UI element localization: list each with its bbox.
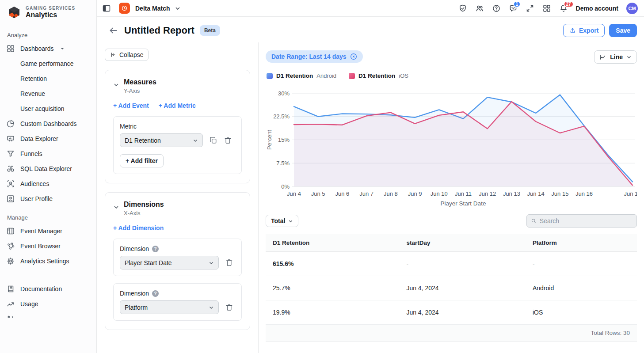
account-name[interactable]: Demo account xyxy=(576,5,618,12)
help-icon[interactable]: ? xyxy=(152,246,159,252)
android-series-swatch xyxy=(267,73,273,79)
duplicate-icon[interactable] xyxy=(209,136,217,144)
chat-icon[interactable]: 1 xyxy=(509,4,518,13)
content: Collapse Measures Y-Axis + Add E xyxy=(97,42,644,353)
sidebar-item-event-browser[interactable]: Event Browser xyxy=(0,239,96,254)
back-arrow-icon[interactable] xyxy=(107,25,119,36)
avatar[interactable]: CM xyxy=(626,3,638,14)
add-dimension-link[interactable]: + Add Dimension xyxy=(113,224,164,232)
svg-text:0%: 0% xyxy=(281,183,290,190)
svg-text:Jun 11: Jun 11 xyxy=(455,190,472,197)
legend-item-android[interactable]: D1 Retention Android xyxy=(267,72,336,79)
shield-check-icon[interactable] xyxy=(458,4,467,13)
trend-up-icon xyxy=(6,300,15,308)
export-button[interactable]: Export xyxy=(563,24,605,37)
pie-chart-icon xyxy=(6,119,15,128)
svg-text:Jun 18: Jun 18 xyxy=(624,190,637,197)
help-icon[interactable]: ? xyxy=(152,290,159,297)
sidebar-item-event-manager[interactable]: Event Manager xyxy=(0,224,96,239)
sidebar-item-usage[interactable]: Usage xyxy=(0,296,96,311)
svg-text:Jun 10: Jun 10 xyxy=(431,190,448,197)
funnel-icon xyxy=(6,149,15,158)
chart-type-dropdown[interactable]: Line xyxy=(594,50,637,64)
delete-icon[interactable] xyxy=(225,258,233,267)
column-header[interactable]: startDay xyxy=(399,234,526,252)
table-row[interactable]: 25.7% Jun 4, 2024 Android xyxy=(266,276,637,300)
dimension-select-1[interactable]: Player Start Date xyxy=(120,256,219,269)
sparkle-icon xyxy=(6,314,15,318)
dimensions-card: Dimensions X-Axis + Add Dimension Dimens… xyxy=(105,192,250,330)
search-input[interactable] xyxy=(540,217,633,224)
sidebar-item-partial[interactable] xyxy=(0,311,96,318)
panel-toggle-icon[interactable] xyxy=(102,4,111,13)
collapse-section-chevron-icon[interactable] xyxy=(113,82,119,88)
search-icon xyxy=(531,218,537,224)
collapse-button[interactable]: Collapse xyxy=(105,49,149,61)
svg-text:Jun 5: Jun 5 xyxy=(311,190,325,197)
save-button[interactable]: Save xyxy=(609,24,637,37)
export-icon xyxy=(569,27,576,34)
bell-icon[interactable]: 27 xyxy=(559,4,568,13)
topbar: Delta Match 1 xyxy=(97,0,644,17)
add-event-link[interactable]: + Add Event xyxy=(113,102,149,109)
page-header: Untitled Report Beta Export Save xyxy=(97,17,644,42)
column-header[interactable]: Platform xyxy=(526,234,637,252)
svg-text:Jun 14: Jun 14 xyxy=(527,190,545,197)
date-range-chip[interactable]: Date Range: Last 14 days xyxy=(266,50,363,63)
search-box[interactable] xyxy=(526,214,637,228)
ios-series-swatch xyxy=(349,73,355,79)
remove-filter-icon[interactable] xyxy=(350,53,357,60)
sidebar-item-revenue[interactable]: Revenue xyxy=(0,86,96,101)
sidebar-item-user-profile[interactable]: User Profile xyxy=(0,191,96,206)
metric-select[interactable]: D1 Retention xyxy=(120,133,203,147)
sidebar-item-custom-dashboards[interactable]: Custom Dashboards xyxy=(0,116,96,131)
users-icon[interactable] xyxy=(475,4,484,13)
sidebar-item-documentation[interactable]: Documentation xyxy=(0,281,96,296)
total-dropdown[interactable]: Total xyxy=(266,215,298,227)
svg-text:Jun 4: Jun 4 xyxy=(287,190,301,197)
audience-icon xyxy=(6,179,15,188)
sidebar-item-sql-data-explorer[interactable]: SQL Data Explorer xyxy=(0,161,96,176)
legend-item-ios[interactable]: D1 Retention iOS xyxy=(349,72,408,79)
chevron-down-icon xyxy=(193,138,198,143)
table-row[interactable]: 19.9% Jun 4, 2024 iOS xyxy=(266,300,637,325)
svg-text:30%: 30% xyxy=(278,90,290,97)
sidebar-item-analytics-settings[interactable]: Analytics Settings xyxy=(0,254,96,269)
line-chart[interactable]: 0%7.5%15%22.5%30%PercentJun 4Jun 5Jun 6J… xyxy=(266,82,637,211)
section-label-analyze: Analyze xyxy=(0,24,96,41)
svg-text:Jun 9: Jun 9 xyxy=(408,190,422,197)
delta-match-app-icon[interactable] xyxy=(119,3,130,14)
delete-icon[interactable] xyxy=(224,136,232,144)
beta-badge: Beta xyxy=(200,25,220,36)
help-icon[interactable] xyxy=(492,4,501,13)
brand-eyebrow: GAMING SERVICES xyxy=(26,6,75,11)
dimension-card-1: Dimension ? Player Start Date xyxy=(113,239,242,276)
sidebar-item-data-explorer[interactable]: Data Explorer xyxy=(0,131,96,146)
user-card-icon xyxy=(6,194,15,203)
measures-subtitle: Y-Axis xyxy=(124,87,156,94)
sidebar-item-retention[interactable]: Retention xyxy=(0,71,96,86)
table-row[interactable]: 615.6% - - xyxy=(266,252,637,276)
dimension-label: Dimension xyxy=(120,290,149,297)
sidebar-item-game-performance[interactable]: Game performance xyxy=(0,56,96,71)
column-header[interactable]: D1 Retention xyxy=(266,234,399,252)
add-metric-link[interactable]: + Add Metric xyxy=(159,102,196,109)
sidebar-item-audiences[interactable]: Audiences xyxy=(0,176,96,191)
collapse-section-chevron-icon[interactable] xyxy=(113,204,119,210)
brand: GAMING SERVICES Analytics xyxy=(0,0,96,24)
fullscreen-icon[interactable] xyxy=(526,4,534,13)
apps-grid-icon[interactable] xyxy=(542,4,551,13)
metric-card: Metric D1 Retention xyxy=(113,116,242,174)
sidebar-item-funnels[interactable]: Funnels xyxy=(0,146,96,161)
sidebar-item-user-acquisition[interactable]: User acquisition xyxy=(0,101,96,116)
query-builder-panel: Collapse Measures Y-Axis + Add E xyxy=(97,42,259,353)
dimension-select-2[interactable]: Platform xyxy=(120,300,219,314)
sidebar-item-label: Dashboards xyxy=(20,45,54,52)
add-filter-button[interactable]: + Add filter xyxy=(120,154,164,167)
sidebar-item-dashboards[interactable]: Dashboards xyxy=(0,41,96,56)
collapse-icon xyxy=(110,52,116,58)
svg-text:Jun 7: Jun 7 xyxy=(359,190,373,197)
delete-icon[interactable] xyxy=(225,303,233,311)
app-switch-chevron-icon[interactable] xyxy=(175,5,181,11)
columns-icon xyxy=(6,227,15,235)
